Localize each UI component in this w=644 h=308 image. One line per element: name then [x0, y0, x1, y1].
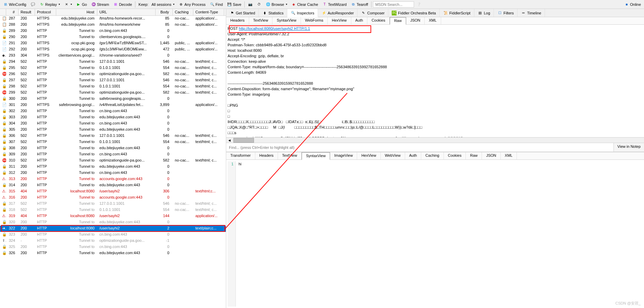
session-row[interactable]: ◈293304HTTPSclientservices.googl.../chro… [0, 53, 226, 59]
session-row[interactable]: ➜322200HTTPlocalhost:8080/user/sayhi22te… [0, 226, 226, 232]
resptab-imageview[interactable]: ImageView [330, 152, 357, 159]
request-url-link[interactable]: http://localhost:8080/user/sayhi2 HTTP/1… [239, 26, 310, 31]
session-row[interactable]: 🔒304200HTTPTunnel tocn.bing.com:4430 [0, 121, 226, 127]
col-protocol[interactable]: Protocol [35, 9, 56, 15]
save-button[interactable]: 💾Save [225, 1, 243, 8]
replay-button[interactable]: ↻Replay [38, 1, 62, 8]
resptab-hexview[interactable]: HexView [357, 152, 380, 159]
tab-composer[interactable]: ✎Composer [357, 9, 388, 17]
tab-timeline[interactable]: ═Timeline [518, 9, 545, 17]
session-row[interactable]: 🔒309200HTTPTunnel tocn.bing.com:4430 [0, 152, 226, 158]
reqtab-webforms[interactable]: WebForms [301, 17, 328, 24]
session-row[interactable]: 📄291200HTTPSocsp.pki.goog/gsr1/MFEwTzBNM… [0, 40, 226, 47]
session-row[interactable]: 🔒320200HTTPTunnel toedu.bitejiuyeke.com:… [0, 220, 226, 226]
timer-button[interactable]: ⏱ [255, 1, 263, 8]
tab-statistics[interactable]: ⧫Statistics [259, 9, 287, 17]
session-row[interactable]: 🔒294502HTTPTunnel to127.0.0.1:1001546no-… [0, 59, 226, 65]
resptab-transformer[interactable]: Transformer [226, 152, 255, 159]
reqtab-raw[interactable]: Raw [390, 17, 406, 25]
stream-button[interactable]: ♒Stream [89, 1, 111, 8]
msdn-search-input[interactable] [373, 1, 414, 8]
session-row[interactable]: ⚠316200HTTPTunnel toaccounts.google.com:… [0, 195, 226, 201]
session-row[interactable]: 🔒300200HTTPTunnel tosafebrowsing.googlea… [0, 96, 226, 102]
reqtab-xml[interactable]: XML [425, 17, 441, 24]
clear-cache-button[interactable]: ◈Clear Cache [290, 1, 320, 8]
session-row[interactable]: ⬆324-HTTPTunnel tooptimizationguide-pa.g… [0, 238, 226, 244]
session-row[interactable]: ⛔296502HTTPTunnel tooptimizationguide-pa… [0, 71, 226, 78]
session-row[interactable]: 🔒323200HTTPTunnel tocn.bing.com:4430 [0, 232, 226, 238]
resptab-syntaxview[interactable]: SyntaxView [302, 152, 330, 160]
session-row[interactable]: 🔒317502HTTPTunnel to127.0.0.1:1001546no-… [0, 201, 226, 207]
session-row[interactable]: ⚠319404HTTPlocalhost:8080/user/sayhi2144… [0, 213, 226, 220]
tab-autoresponder[interactable]: ⚡AutoResponder [318, 9, 357, 17]
col-body[interactable]: Body [156, 9, 173, 15]
col-id[interactable]: # [6, 9, 19, 15]
session-row[interactable]: 🔒297502HTTPTunnel to127.0.0.1:1001546no-… [0, 78, 226, 84]
tab-get-started[interactable]: ⚑Get Started [226, 9, 259, 17]
textwizard-button[interactable]: TTextWizard [320, 1, 348, 8]
winconfig-button[interactable]: ⊞WinConfig [1, 1, 28, 8]
col-caching[interactable]: Caching [173, 9, 193, 15]
view-in-notepad-button[interactable]: View in Notep [613, 143, 644, 152]
session-row[interactable]: 📄292200HTTPSocsp.pki.goog/gts1c3/MFIwUDB… [0, 47, 226, 53]
go-button[interactable]: ▶Go [74, 1, 89, 8]
col-url[interactable]: URL [97, 9, 156, 15]
find-input[interactable] [226, 143, 613, 152]
resptab-cookies[interactable]: Cookies [444, 152, 466, 159]
reqtab-auth[interactable]: Auth [351, 17, 368, 24]
request-raw-view[interactable]: POST http://localhost:8080/user/sayhi2 H… [226, 25, 644, 137]
session-row[interactable]: 🔒312200HTTPTunnel tocn.bing.com:4430 [0, 170, 226, 176]
comment-button[interactable]: 💬 [29, 1, 37, 8]
session-row[interactable]: 📋287200HTTPSedu.bitejiuyeke.com/tms/tms-… [0, 16, 226, 22]
reqtab-headers[interactable]: Headers [226, 17, 249, 24]
session-row[interactable]: 🔒302200HTTPTunnel tocn.bing.com:4430 [0, 108, 226, 115]
session-row[interactable]: 🔒290200HTTPTunnel toclientservices.googl… [0, 34, 226, 40]
session-row[interactable]: 🔒308200HTTPTunnel toedu.bitejiuyeke.com:… [0, 145, 226, 152]
session-row[interactable]: 🔒311200HTTPTunnel toedu.bitejiuyeke.com:… [0, 164, 226, 170]
session-row[interactable]: 🔒318502HTTPTunnel to0.1.0.1:1001554no-ca… [0, 207, 226, 213]
resptab-xml[interactable]: XML [501, 152, 517, 159]
find-button[interactable]: 🔍Find [208, 1, 224, 8]
response-body[interactable]: 1 hi [226, 160, 644, 308]
reqtab-cookies[interactable]: Cookies [367, 17, 390, 24]
any-process-button[interactable]: ⊕Any Process [177, 1, 207, 8]
sessions-list[interactable]: 📋287200HTTPSedu.bitejiuyeke.com/tms/tms-… [0, 16, 226, 308]
keep-dropdown[interactable]: Keep: All sessions [137, 2, 176, 7]
session-row[interactable]: 🔒298502HTTPTunnel to0.1.0.1:1001554no-ca… [0, 84, 226, 90]
session-row[interactable]: ⚠313200HTTPTunnel toaccounts.google.com:… [0, 176, 226, 182]
reqtab-textview[interactable]: TextView [249, 17, 273, 24]
resptab-webview[interactable]: WebView [381, 152, 405, 159]
remove-button[interactable]: ✕ [62, 1, 74, 8]
session-row[interactable]: ⚠315404HTTPlocalhost:8080/user/sayhi2306… [0, 189, 226, 195]
decode-button[interactable]: ⊞Decode [111, 1, 134, 8]
session-row[interactable]: 🔒326200HTTPTunnel toedu.bitejiuyeke.com:… [0, 250, 226, 257]
tab-fiddlerscript[interactable]: 📜FiddlerScript [440, 9, 474, 17]
tearoff-button[interactable]: ⧉Tearoff [349, 1, 369, 8]
session-row[interactable]: 📄301200HTTPSsafebrowsing.googl.../v4/thr… [0, 102, 226, 108]
tab-inspectors[interactable]: 🔍Inspectors [287, 9, 318, 17]
session-row[interactable]: 🔒307502HTTPTunnel to0.1.0.1:1001554no-ca… [0, 139, 226, 145]
resptab-raw[interactable]: Raw [466, 152, 482, 159]
request-hscrollbar[interactable]: ◄ [226, 137, 644, 143]
session-row[interactable]: ⛔299502HTTPTunnel tooptimizationguide-pa… [0, 90, 226, 96]
help-button[interactable]: ❔ [415, 1, 423, 8]
online-button[interactable]: ■Online [622, 1, 643, 8]
reqtab-json[interactable]: JSON [406, 17, 425, 24]
resptab-caching[interactable]: Caching [421, 152, 443, 159]
session-row[interactable]: 🔒289200HTTPTunnel tocn.bing.com:4430 [0, 28, 226, 34]
session-row[interactable]: 🔒295502HTTPTunnel to0.1.0.1:1001554no-ca… [0, 65, 226, 71]
session-row[interactable]: 📋288200HTTPSedu.bitejiuyeke.com/tms/tms-… [0, 22, 226, 28]
tab-filters[interactable]: ☐Filters [494, 9, 518, 17]
tab-log[interactable]: ▤Log [474, 9, 494, 17]
session-row[interactable]: 🔒305200HTTPTunnel toedu.bitejiuyeke.com:… [0, 127, 226, 133]
resptab-json[interactable]: JSON [482, 152, 500, 159]
col-content-type[interactable]: Content-Type [193, 9, 224, 15]
browse-button[interactable]: 🌐Browse [264, 1, 289, 8]
session-row[interactable]: 🔒325200HTTPTunnel tocn.bing.com:4430 [0, 244, 226, 250]
col-host[interactable]: Host [56, 9, 97, 15]
resptab-textview[interactable]: TextView [278, 152, 302, 159]
session-row[interactable]: 🔒314200HTTPTunnel toedu.bitejiuyeke.com:… [0, 182, 226, 189]
resptab-auth[interactable]: Auth [405, 152, 422, 159]
tab-orchestra[interactable]: FOFiddler Orchestra Beta [388, 9, 440, 17]
col-result[interactable]: Result [19, 9, 35, 15]
